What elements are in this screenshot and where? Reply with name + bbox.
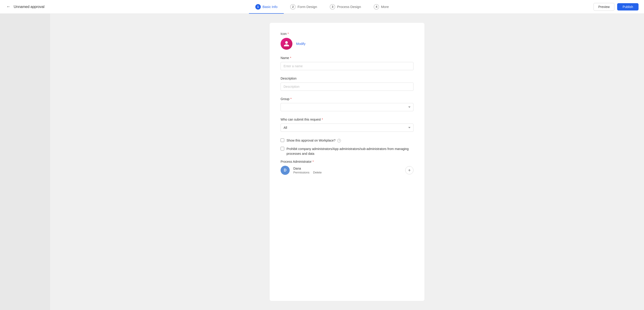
sidebar	[0, 14, 50, 310]
show-workplace-checkbox[interactable]	[280, 138, 284, 142]
app-title: Unnamed approval	[14, 5, 44, 9]
person-icon	[283, 41, 290, 47]
prohibit-checkbox[interactable]	[280, 147, 284, 150]
preview-button[interactable]: Preview	[594, 3, 614, 11]
name-required: *	[290, 56, 291, 60]
group-section: Group*	[280, 97, 414, 111]
publish-button[interactable]: Publish	[617, 3, 638, 11]
admin-delete-link[interactable]: Delete	[313, 171, 322, 174]
form-panel: Icon* Modify Name*	[270, 23, 424, 301]
name-label: Name*	[280, 56, 414, 60]
admin-avatar: D	[280, 166, 290, 175]
who-submit-required: *	[322, 118, 323, 121]
icon-required: *	[288, 32, 288, 36]
admin-name: Dana	[293, 167, 402, 170]
tab-label-4: More	[381, 5, 389, 9]
name-input[interactable]	[280, 62, 414, 70]
tab-label-3: Process Design	[337, 5, 361, 9]
tab-label-2: Form Design	[298, 5, 317, 9]
admin-permissions-link[interactable]: Permissions	[293, 171, 310, 174]
who-submit-section: Who can submit this request* All	[280, 118, 414, 132]
tab-basic-info[interactable]: 1 Basic Info	[249, 0, 284, 14]
tab-form-design[interactable]: 2 Form Design	[284, 0, 323, 14]
group-required: *	[290, 97, 292, 101]
group-select[interactable]	[280, 103, 414, 111]
content-area: Icon* Modify Name*	[50, 14, 644, 310]
header-tabs: 1 Basic Info 2 Form Design 3 Process Des…	[51, 0, 593, 14]
tab-number-2: 2	[290, 4, 296, 10]
icon-section: Icon* Modify	[280, 32, 414, 50]
name-section: Name*	[280, 56, 414, 70]
back-button[interactable]: ←	[6, 4, 12, 10]
tab-number-4: 4	[374, 4, 379, 10]
show-workplace-row: Show this approval on Workplace? ?	[280, 138, 414, 143]
process-admin-label: Process Administrator*	[280, 160, 414, 164]
tab-label-1: Basic Info	[262, 5, 278, 9]
process-admin-section: Process Administrator* D Dana Permission…	[280, 160, 414, 175]
tab-number-1: 1	[255, 4, 261, 10]
header: ← Unnamed approval 1 Basic Info 2 Form D…	[0, 0, 644, 14]
prohibit-label[interactable]: Prohibit company administrators/App admi…	[286, 146, 414, 156]
tab-process-design[interactable]: 3 Process Design	[323, 0, 367, 14]
app-icon[interactable]	[280, 38, 292, 50]
process-admin-required: *	[312, 160, 314, 164]
prohibit-row: Prohibit company administrators/App admi…	[280, 146, 414, 156]
description-label: Description	[280, 77, 414, 80]
modify-icon-link[interactable]: Modify	[296, 42, 306, 46]
tab-number-3: 3	[330, 4, 335, 10]
show-workplace-label[interactable]: Show this approval on Workplace? ?	[286, 138, 341, 143]
admin-info: Dana Permissions Delete	[293, 167, 402, 174]
admin-row: D Dana Permissions Delete +	[280, 166, 414, 175]
add-admin-button[interactable]: +	[405, 166, 414, 174]
description-input[interactable]	[280, 83, 414, 91]
who-submit-select[interactable]: All	[280, 123, 414, 132]
help-icon[interactable]: ?	[337, 139, 341, 142]
header-actions: Preview Publish	[593, 3, 638, 11]
main-layout: Icon* Modify Name*	[0, 14, 644, 310]
description-section: Description	[280, 77, 414, 91]
icon-label: Icon*	[280, 32, 414, 36]
who-submit-label: Who can submit this request*	[280, 118, 414, 121]
group-label: Group*	[280, 97, 414, 101]
icon-row: Modify	[280, 38, 414, 50]
admin-actions: Permissions Delete	[293, 171, 402, 174]
header-left: ← Unnamed approval	[6, 4, 51, 10]
tab-more[interactable]: 4 More	[367, 0, 395, 14]
